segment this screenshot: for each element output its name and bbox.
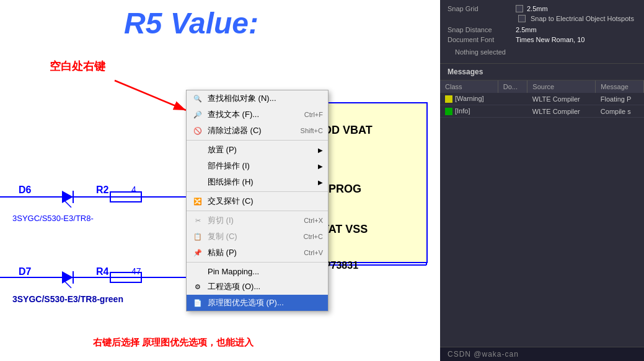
col-message: Message: [596, 80, 644, 93]
context-menu-item-sheet-op[interactable]: 图纸操作 (H)▶: [187, 174, 328, 190]
context-menu-item-clear-filter[interactable]: 🚫清除过滤器 (C)Shift+C: [187, 123, 328, 139]
schematic-title: R5 Value:: [124, 6, 258, 40]
messages-section: Messages Class Do... Source Message [War…: [440, 64, 644, 347]
document-font-value: Times New Roman, 10: [516, 36, 637, 43]
watermark-bar: CSDN @waka-can: [440, 347, 644, 361]
watermark-text: CSDN @waka-can: [448, 350, 519, 359]
svg-rect-21: [110, 192, 141, 202]
context-menu-separator: [187, 262, 328, 263]
menu-item-icon-cross-probe: 🔀: [192, 196, 204, 206]
snap-grid-label: Snap Grid: [448, 5, 516, 12]
col-source: Source: [527, 80, 596, 93]
snap-distance-row: Snap Distance 2.5mm: [448, 26, 637, 33]
context-menu-item-component-props[interactable]: ⚙工程选项 (O)...: [187, 279, 328, 295]
snap-electrical-row: Snap to Electrical Object Hotspots: [448, 15, 637, 22]
msg-source-0: WLTE Compiler: [527, 93, 596, 105]
document-font-row: Document Font Times New Roman, 10: [448, 36, 637, 43]
snap-grid-checkbox[interactable]: [516, 5, 523, 12]
context-menu-separator: [187, 191, 328, 192]
menu-item-icon-place: [192, 145, 204, 155]
col-class: Class: [440, 80, 498, 93]
menu-item-label-cut: 剪切 (I): [208, 215, 299, 226]
snap-grid-value: 2.5mm: [527, 5, 548, 12]
ic-prog: PROG: [329, 183, 361, 196]
menu-item-icon-pin-mapping: [192, 266, 204, 276]
msg-doc-0: [498, 93, 527, 105]
msg-source-1: WLTE Compiler: [527, 105, 596, 118]
msg-badge-0: [445, 95, 452, 103]
menu-item-label-clear-filter: 清除过滤器 (C): [208, 125, 296, 136]
menu-item-label-component-props: 工程选项 (O)...: [208, 281, 323, 292]
menu-item-shortcut-cut: Ctrl+X: [304, 217, 323, 224]
document-font-label: Document Font: [448, 36, 516, 43]
context-menu-item-cross-probe[interactable]: 🔀交叉探针 (C): [187, 193, 328, 209]
part-label-2: 3SYGC/S530-E3/TR8-green: [12, 294, 123, 304]
snap-grid-inner: 2.5mm: [516, 5, 548, 12]
context-menu-item-pin-mapping[interactable]: Pin Mapping...: [187, 264, 328, 279]
context-menu-separator: [187, 211, 328, 211]
context-menu-item-schematic-prefs[interactable]: 📄原理图优先选项 (P)...: [187, 295, 328, 311]
menu-item-arrow-place: ▶: [318, 147, 323, 154]
msg-doc-1: [498, 105, 527, 118]
menu-item-arrow-part-op: ▶: [318, 163, 323, 170]
col-do: Do...: [498, 80, 527, 93]
messages-title: Messages: [448, 67, 483, 76]
menu-item-label-schematic-prefs: 原理图优先选项 (P)...: [208, 297, 323, 308]
menu-item-icon-component-props: ⚙: [192, 282, 204, 292]
menu-item-label-paste: 粘贴 (P): [208, 247, 299, 258]
msg-badge-1: [445, 108, 452, 115]
svg-line-19: [65, 282, 71, 288]
msg-class-1: [Info]: [440, 105, 498, 118]
snap-distance-value: 2.5mm: [516, 26, 637, 33]
messages-table: Class Do... Source Message [Warning]WLTE…: [440, 80, 644, 347]
menu-item-icon-cut: ✂: [192, 215, 204, 225]
menu-item-label-find-text: 查找文本 (F)...: [208, 109, 299, 120]
message-row-0[interactable]: [Warning]WLTE CompilerFloating P: [440, 93, 644, 105]
context-menu-item-find-similar[interactable]: 🔍查找相似对象 (N)...: [187, 90, 328, 107]
menu-item-icon-schematic-prefs: 📄: [192, 298, 204, 308]
menu-item-icon-paste: 📌: [192, 248, 204, 258]
properties-section: Snap Grid 2.5mm Snap to Electrical Objec…: [440, 0, 644, 64]
context-menu-item-cut[interactable]: ✂剪切 (I)Ctrl+X: [187, 212, 328, 228]
comp-d6: D6: [19, 185, 31, 196]
menu-item-icon-copy: 📋: [192, 232, 204, 241]
messages-header: Messages: [440, 64, 644, 80]
right-panel: Snap Grid 2.5mm Snap to Electrical Objec…: [440, 0, 644, 361]
context-menu-item-place[interactable]: 放置 (P)▶: [187, 142, 328, 158]
menu-item-label-pin-mapping: Pin Mapping...: [208, 267, 323, 276]
comp-r4: R4: [96, 266, 108, 277]
comp-d7: D7: [19, 266, 31, 277]
snap-distance-label: Snap Distance: [448, 26, 516, 33]
message-row-1[interactable]: [Info]WLTE CompilerCompile s: [440, 105, 644, 118]
msg-class-0: [Warning]: [440, 93, 498, 105]
context-menu-item-copy[interactable]: 📋复制 (C)Ctrl+C: [187, 228, 328, 245]
comp-r2: R2: [96, 185, 108, 196]
snap-electrical-checkbox[interactable]: [518, 15, 526, 22]
menu-item-label-place: 放置 (P): [208, 144, 315, 155]
part-label-1: 3SYGC/S530-E3/TR8-: [12, 214, 94, 223]
menu-item-icon-clear-filter: 🚫: [192, 126, 204, 136]
bottom-annotation: 右键后选择 原理图优先选项，也能进入: [93, 337, 254, 349]
context-menu-item-paste[interactable]: 📌粘贴 (P)Ctrl+V: [187, 245, 328, 261]
nothing-selected: Nothing selected: [448, 46, 637, 58]
context-menu-item-find-text[interactable]: 🔎查找文本 (F)...Ctrl+F: [187, 107, 328, 123]
menu-item-label-find-similar: 查找相似对象 (N)...: [208, 93, 323, 104]
context-menu[interactable]: 🔍查找相似对象 (N)...🔎查找文本 (F)...Ctrl+F🚫清除过滤器 (…: [186, 90, 329, 311]
menu-item-icon-part-op: [192, 161, 204, 171]
comp-val4: 4: [131, 185, 136, 194]
snap-electrical-label: Snap to Electrical Object Hotspots: [531, 15, 634, 22]
annotation-text: 空白处右键: [50, 59, 105, 74]
menu-item-shortcut-clear-filter: Shift+C: [301, 127, 323, 134]
comp-val47: 47: [131, 266, 141, 276]
menu-item-icon-find-text: 🔎: [192, 110, 204, 120]
snap-grid-row: Snap Grid 2.5mm: [448, 5, 637, 12]
msg-class-text-1: [Info]: [455, 107, 470, 115]
svg-line-14: [65, 201, 71, 207]
menu-item-label-cross-probe: 交叉探针 (C): [208, 196, 323, 207]
msg-class-text-0: [Warning]: [455, 95, 484, 102]
schematic-area: R5 Value: 空白处右键: [0, 0, 440, 361]
context-menu-item-part-op[interactable]: 部件操作 (I)▶: [187, 158, 328, 174]
menu-item-shortcut-paste: Ctrl+V: [304, 249, 323, 256]
menu-item-label-part-op: 部件操作 (I): [208, 160, 315, 172]
menu-item-shortcut-copy: Ctrl+C: [304, 233, 323, 240]
